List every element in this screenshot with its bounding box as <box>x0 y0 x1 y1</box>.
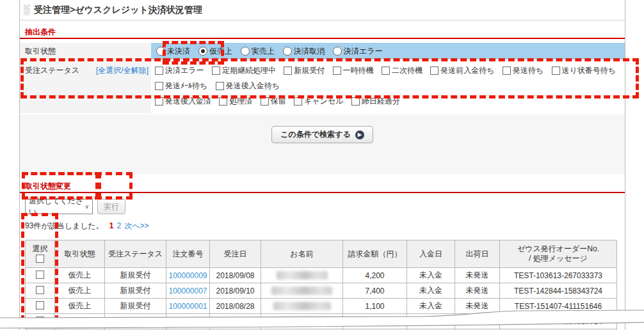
arrow-circle-icon: ▶ <box>355 130 364 139</box>
checkbox-post-ship-payment-wait[interactable]: 発送後入金待ち <box>216 79 280 93</box>
checkbox-closing-date-passed[interactable]: 締日経過分 <box>351 95 400 108</box>
checkbox-icon[interactable] <box>261 97 269 106</box>
result-count-row: 93件が該当しました。12次へ>> <box>25 221 620 232</box>
radio-icon[interactable] <box>333 47 342 56</box>
torn-page-edge <box>0 307 644 330</box>
checkbox-pre-ship-payment-wait[interactable]: 発送前入金待ち <box>430 64 494 77</box>
section-divider <box>20 192 625 193</box>
checkbox-icon[interactable] <box>333 67 341 75</box>
checkbox-recurring-processing[interactable]: 定期継続処理中 <box>212 64 276 77</box>
checkbox-hold[interactable]: 保留 <box>261 95 286 108</box>
header-order-number: 注文番号 <box>166 240 210 268</box>
checkbox-ship-wait[interactable]: 発送待ち <box>503 64 543 77</box>
checkbox-icon[interactable] <box>155 82 163 90</box>
order-status-row: 受注ステータス [全選択/全解除] 決済エラー 定期継続処理中 新規受付 一時待… <box>20 61 625 113</box>
radio-unsettled[interactable]: 未決済 <box>156 46 190 57</box>
checkbox-tracking-number-wait[interactable]: 送り状番号待ち <box>552 64 616 77</box>
table-header: 選択 取引状態 受注ステータス 注文番号 受注日 お名前 請求金額（円） 入金日… <box>26 240 617 268</box>
checkbox-line-2: 発送後入金済 処理済 保留 キャンセル 締日経過分 <box>155 95 625 110</box>
search-button-area: この条件で検索する ▶ <box>20 114 625 175</box>
radio-icon[interactable] <box>283 47 292 56</box>
cell-ship-date: 未発送 <box>455 268 500 283</box>
checkbox-icon[interactable] <box>294 97 302 106</box>
checkbox-icon[interactable] <box>351 97 360 106</box>
cell-name-redacted <box>261 268 343 283</box>
radio-selected-icon[interactable] <box>198 47 207 56</box>
cell-amount: 4,200 <box>343 268 407 283</box>
chevron-down-icon: ∨ <box>85 203 89 210</box>
checkbox-temporary-wait[interactable]: 一時待機 <box>333 64 374 77</box>
checkbox-cancel[interactable]: キャンセル <box>294 95 343 108</box>
radio-icon[interactable] <box>156 47 165 56</box>
checkbox-icon[interactable] <box>219 97 227 106</box>
header-name: お名前 <box>261 240 343 268</box>
header-transaction-status: 取引状態 <box>55 240 105 268</box>
order-status-label: 受注ステータス <box>25 65 79 76</box>
cell-name-redacted <box>261 283 343 299</box>
checkbox-new-reception[interactable]: 新規受付 <box>284 64 325 77</box>
checkbox-icon[interactable] <box>216 82 224 90</box>
order-number-link[interactable]: 100000007 <box>168 287 207 295</box>
transaction-status-label: 取引状態 <box>20 43 151 59</box>
header-order-date: 受注日 <box>210 240 261 268</box>
cell-ship-date: 未発送 <box>455 283 500 299</box>
cell-zeus-order-no: TEST-103613-267033373 <box>500 268 617 283</box>
cell-order-status: 新規受付 <box>105 283 166 299</box>
order-status-checkboxes: 決済エラー 定期継続処理中 新規受付 一時待機 二次待機 発送前入金待ち 発送待… <box>151 61 625 113</box>
radio-settlement-error[interactable]: 決済エラー <box>333 46 383 57</box>
radio-icon[interactable] <box>241 47 250 56</box>
checkbox-settlement-error[interactable]: 決済エラー <box>155 64 204 77</box>
checkbox-processed[interactable]: 処理済 <box>219 95 252 108</box>
header-payment-date: 入金日 <box>407 240 455 268</box>
page-title: 受注管理>ゼウスクレジット決済状況管理 <box>34 4 202 16</box>
checkbox-post-ship-paid[interactable]: 発送後入金済 <box>155 95 211 108</box>
row-checkbox[interactable] <box>36 286 44 294</box>
checkbox-icon[interactable] <box>430 67 439 75</box>
radio-provisional-sales[interactable]: 仮売上 <box>198 46 232 57</box>
cell-transaction-status: 仮売上 <box>55 268 105 283</box>
header-zeus: ゼウス発行オーダーNo./ 処理メッセージ <box>500 240 617 268</box>
cell-amount: 7,400 <box>343 283 407 299</box>
filter-section-heading: 抽出条件 <box>25 27 620 36</box>
checkbox-icon[interactable] <box>155 97 163 106</box>
header-select: 選択 <box>26 240 55 268</box>
checkbox-secondary-wait[interactable]: 二次待機 <box>382 64 423 77</box>
order-number-link[interactable]: 100000009 <box>168 271 207 280</box>
checkbox-icon[interactable] <box>155 67 163 75</box>
zeus-payment-status-page: 受注管理>ゼウスクレジット決済状況管理 抽出条件 取引状態 未決済 仮売上 実売… <box>0 0 644 330</box>
checkbox-line-1: 決済エラー 定期継続処理中 新規受付 一時待機 二次待機 発送前入金待ち 発送待… <box>155 64 625 95</box>
cell-order-date: 2018/09/08 <box>210 268 261 283</box>
redacted-name-blur <box>271 287 332 295</box>
checkbox-icon[interactable] <box>382 67 390 75</box>
row-checkbox[interactable] <box>36 271 44 279</box>
checkbox-ship-mail-wait[interactable]: 発送ﾒｰﾙ待ち <box>155 79 207 93</box>
pagination-next-link[interactable]: 次へ>> <box>124 221 149 230</box>
status-change-select[interactable]: 選択してください ∨ <box>25 199 93 214</box>
section-divider <box>20 38 625 39</box>
transaction-status-options: 未決済 仮売上 実売上 決済取消 決済エラー <box>151 43 625 59</box>
checkbox-icon[interactable] <box>552 67 560 75</box>
result-count-text: 93件が該当しました。 <box>25 221 104 230</box>
pagination-page-2-link[interactable]: 2 <box>117 221 121 230</box>
content-frame: 受注管理>ゼウスクレジット決済状況管理 抽出条件 取引状態 未決済 仮売上 実売… <box>19 0 625 330</box>
order-status-label-cell: 受注ステータス [全選択/全解除] <box>20 61 151 113</box>
cell-payment-date: 未入金 <box>407 268 455 283</box>
header-ship-date: 出荷日 <box>455 240 500 268</box>
table-row: 仮売上 新規受付 100000007 2018/09/10 7,400 未入金 … <box>26 283 617 299</box>
checkbox-icon[interactable] <box>284 67 292 75</box>
checkbox-icon[interactable] <box>503 67 511 75</box>
header-order-status: 受注ステータス <box>105 240 166 268</box>
radio-actual-sales[interactable]: 実売上 <box>241 46 275 57</box>
redacted-name-blur <box>277 271 328 279</box>
checkbox-icon[interactable] <box>212 67 220 75</box>
transaction-status-row: 取引状態 未決済 仮売上 実売上 決済取消 決済エラー <box>20 43 625 59</box>
radio-settlement-cancel[interactable]: 決済取消 <box>283 46 325 57</box>
title-bar: 受注管理>ゼウスクレジット決済状況管理 <box>20 0 625 20</box>
select-all-checkbox[interactable] <box>36 255 44 263</box>
select-all-clear-link[interactable]: [全選択/全解除] <box>96 65 149 76</box>
status-change-controls: 選択してください ∨ 実行 <box>25 198 620 215</box>
cell-payment-date: 未入金 <box>407 283 455 299</box>
execute-button[interactable]: 実行 <box>97 199 125 214</box>
search-button[interactable]: この条件で検索する ▶ <box>271 126 373 143</box>
cell-zeus-order-no: TEST-142844-158343724 <box>500 283 617 299</box>
